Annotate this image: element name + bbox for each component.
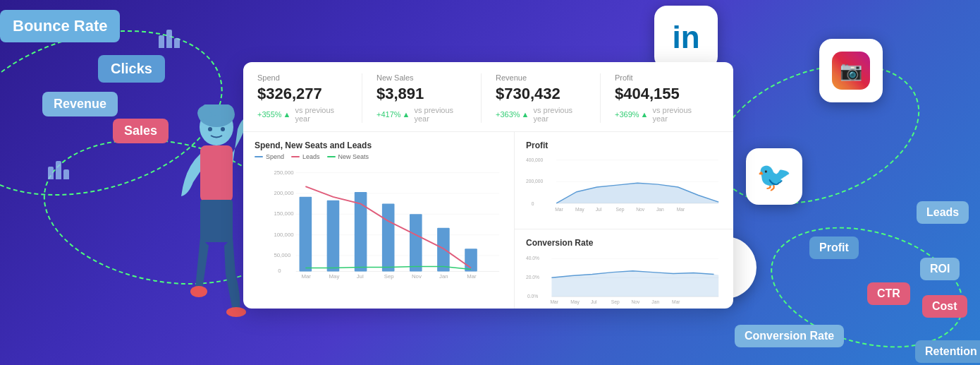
svg-rect-29 [465, 249, 477, 271]
svg-text:Mar: Mar [677, 207, 685, 212]
tag-roi: ROI [920, 258, 960, 280]
svg-rect-27 [410, 214, 422, 271]
dashboard-card: Spend $326,277 +355% ▲ vs previous year … [243, 62, 733, 309]
linkedin-icon: in [654, 6, 718, 69]
svg-rect-24 [327, 201, 340, 272]
bar-chart-svg: 250,000 200,000 150,000 100,000 50,000 0 [255, 164, 503, 281]
svg-rect-28 [437, 228, 450, 272]
metric-new-sales-change: +417% ▲ vs previous year [376, 106, 467, 123]
svg-text:Mar: Mar [672, 299, 680, 304]
svg-text:Mar: Mar [467, 273, 477, 280]
svg-point-7 [190, 286, 207, 297]
tag-clicks: Clicks [98, 55, 165, 83]
metric-new-sales-label: New Sales [376, 73, 467, 82]
svg-point-8 [226, 307, 246, 317]
metric-spend-label: Spend [257, 73, 348, 82]
svg-text:Mar: Mar [551, 299, 559, 304]
svg-text:May: May [575, 207, 584, 213]
bar-chart-icon-top [159, 30, 180, 48]
svg-text:May: May [570, 299, 580, 305]
svg-text:250,000: 250,000 [274, 169, 294, 176]
svg-text:0.0%: 0.0% [527, 294, 538, 299]
metric-new-sales: New Sales $3,891 +417% ▲ vs previous yea… [376, 73, 482, 123]
legend-leads: Leads [291, 153, 320, 160]
tag-sales: Sales [113, 119, 169, 143]
svg-text:Jan: Jan [651, 299, 659, 304]
bar-chart-container: Spend, New Seats and Leads Spend Leads N… [243, 132, 515, 309]
metric-spend-value: $326,277 [257, 85, 348, 103]
svg-text:Sep: Sep [615, 207, 624, 213]
svg-text:Nov: Nov [636, 207, 645, 212]
svg-point-3 [209, 104, 223, 116]
svg-text:0: 0 [532, 201, 534, 206]
metric-revenue-change: +363% ▲ vs previous year [496, 106, 586, 123]
legend-spend: Spend [255, 153, 284, 160]
svg-point-9 [208, 127, 212, 131]
svg-text:50,000: 50,000 [274, 252, 291, 258]
svg-text:Jul: Jul [596, 207, 602, 212]
tag-cost: Cost [922, 295, 967, 318]
svg-text:May: May [329, 273, 340, 280]
metrics-row: Spend $326,277 +355% ▲ vs previous year … [243, 62, 733, 132]
tag-retention: Retention [915, 340, 980, 363]
metric-new-sales-value: $3,891 [376, 85, 467, 103]
svg-text:Jul: Jul [357, 273, 364, 280]
conversion-chart-title: Conversion Rate [526, 238, 722, 248]
svg-text:Jan: Jan [656, 207, 664, 212]
metric-profit-change: +369% ▲ vs previous year [615, 106, 705, 123]
svg-point-0 [200, 109, 233, 145]
svg-text:20.0%: 20.0% [526, 275, 539, 280]
tag-conversion-rate: Conversion Rate [735, 325, 844, 347]
svg-text:0: 0 [278, 268, 281, 274]
legend-new-seats: New Seats [327, 153, 369, 160]
right-charts: Profit 400,000 200,000 0 Mar May Jul [515, 132, 733, 309]
bar-chart-title: Spend, New Seats and Leads [255, 140, 503, 150]
metric-spend: Spend $326,277 +355% ▲ vs previous year [257, 73, 362, 123]
bar-chart-icon-left [48, 161, 69, 179]
metric-spend-change: +355% ▲ vs previous year [257, 106, 348, 123]
conversion-chart-svg: 40.0% 20.0% 0.0% Mar May Jul Sep Nov [526, 251, 722, 309]
charts-row: Spend, New Seats and Leads Spend Leads N… [243, 132, 733, 309]
svg-text:Jan: Jan [439, 273, 448, 280]
metric-profit-value: $404,155 [615, 85, 705, 103]
svg-text:Mar: Mar [301, 273, 311, 280]
svg-text:40.0%: 40.0% [526, 256, 539, 261]
metric-revenue-label: Revenue [496, 73, 586, 82]
conversion-chart-container: Conversion Rate 40.0% 20.0% 0.0% Mar May… [515, 229, 733, 309]
svg-text:200,000: 200,000 [274, 190, 294, 196]
svg-rect-26 [382, 204, 395, 272]
bar-chart-legend: Spend Leads New Seats [255, 153, 503, 160]
svg-rect-23 [300, 197, 312, 272]
svg-rect-6 [200, 200, 233, 242]
metric-profit: Profit $404,155 +369% ▲ vs previous year [615, 73, 719, 123]
svg-point-10 [221, 127, 225, 131]
svg-text:Mar: Mar [555, 207, 563, 212]
svg-text:Sep: Sep [611, 299, 620, 305]
tag-profit: Profit [809, 237, 859, 259]
svg-text:Nov: Nov [412, 273, 422, 280]
svg-point-4 [220, 104, 234, 119]
profit-chart-svg: 400,000 200,000 0 Mar May Jul Sep Nov [526, 153, 722, 220]
svg-text:100,000: 100,000 [274, 232, 294, 238]
tag-revenue: Revenue [42, 92, 118, 116]
svg-text:200,000: 200,000 [526, 179, 544, 184]
tag-leads: Leads [917, 201, 969, 224]
tag-ctr: CTR [867, 282, 910, 305]
profit-chart-title: Profit [526, 140, 722, 150]
tag-bounce-rate: Bounce Rate [0, 10, 120, 42]
svg-text:Jul: Jul [591, 299, 597, 304]
svg-rect-5 [200, 145, 233, 202]
svg-text:Sep: Sep [384, 273, 395, 280]
metric-profit-label: Profit [615, 73, 705, 82]
metric-revenue: Revenue $730,432 +363% ▲ vs previous yea… [496, 73, 601, 123]
profit-chart-container: Profit 400,000 200,000 0 Mar May Jul [515, 132, 733, 229]
svg-text:400,000: 400,000 [526, 157, 544, 162]
svg-text:150,000: 150,000 [274, 210, 294, 217]
svg-text:Nov: Nov [632, 299, 641, 304]
twitter-icon: 🐦 [746, 148, 802, 205]
svg-point-2 [197, 106, 212, 120]
svg-point-1 [198, 104, 235, 127]
instagram-icon: 📷 [819, 39, 883, 102]
metric-revenue-value: $730,432 [496, 85, 586, 103]
